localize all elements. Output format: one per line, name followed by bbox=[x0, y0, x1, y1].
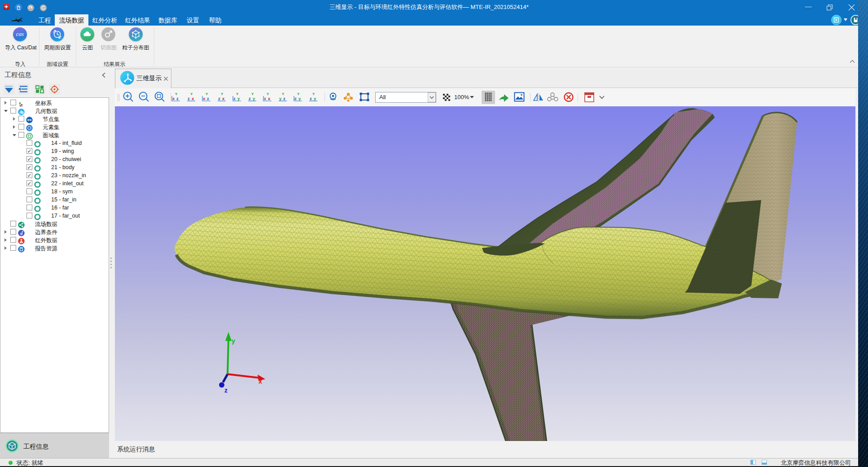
svg-text:x: x bbox=[268, 96, 271, 101]
svg-text:z: z bbox=[233, 96, 236, 101]
svg-text:z: z bbox=[176, 96, 179, 101]
svg-text:x: x bbox=[259, 378, 262, 385]
svg-text:z: z bbox=[207, 96, 209, 101]
svg-text:All: All bbox=[379, 94, 386, 100]
svg-text:z: z bbox=[310, 96, 312, 101]
svg-text:Y: Y bbox=[312, 92, 315, 96]
svg-text:Y: Y bbox=[267, 92, 269, 96]
svg-text:Y: Y bbox=[175, 92, 178, 96]
svg-text:Y: Y bbox=[251, 92, 254, 96]
svg-text:Y: Y bbox=[282, 92, 285, 96]
svg-text:x: x bbox=[222, 96, 225, 101]
svg-text:z: z bbox=[249, 96, 251, 101]
svg-text:z: z bbox=[224, 387, 228, 394]
svg-text:z: z bbox=[283, 96, 285, 101]
svg-text:y: y bbox=[279, 96, 282, 101]
svg-text:y: y bbox=[314, 96, 316, 101]
svg-text:y: y bbox=[253, 96, 255, 101]
svg-text:100%: 100% bbox=[454, 94, 469, 100]
svg-text:x: x bbox=[192, 96, 194, 101]
svg-text:Y: Y bbox=[190, 92, 193, 96]
svg-text:y: y bbox=[298, 96, 301, 101]
svg-text:Y: Y bbox=[297, 92, 300, 96]
svg-text:y: y bbox=[237, 96, 240, 101]
svg-text:y: y bbox=[232, 337, 235, 345]
svg-text:x: x bbox=[203, 96, 206, 101]
svg-text:Y: Y bbox=[221, 92, 224, 96]
svg-text:Y: Y bbox=[236, 92, 239, 96]
svg-text:z: z bbox=[294, 96, 297, 101]
svg-text:z: z bbox=[218, 96, 220, 101]
svg-text:z: z bbox=[264, 96, 266, 101]
svg-text:Y: Y bbox=[206, 92, 208, 96]
svg-text:x: x bbox=[172, 96, 175, 101]
svg-text:z: z bbox=[188, 96, 190, 101]
